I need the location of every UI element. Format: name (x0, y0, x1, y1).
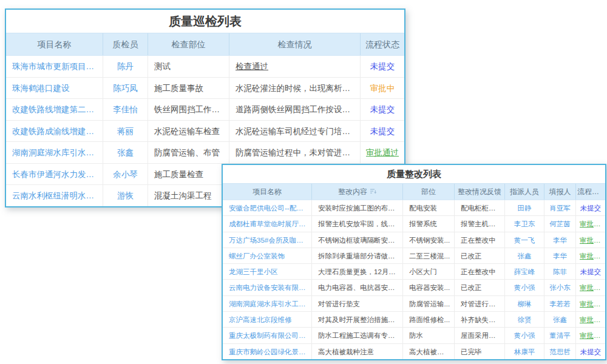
part-text: 报警系统 (403, 216, 455, 231)
reporter-name-link[interactable]: 李若若 (544, 296, 576, 311)
reporter-name-link[interactable]: 何芷茵 (544, 216, 576, 231)
table-row: 重庆市鹅岭公园绿化景观提升...高大植被栽种注意高大植被栽种已完毕林康平范思哲未… (223, 344, 605, 359)
flow-status-text[interactable]: 未提交 (361, 121, 404, 142)
reporter-name-link[interactable]: 张鑫 (544, 312, 576, 327)
reporter-name-link[interactable]: 李华 (544, 248, 576, 263)
project-name-link[interactable]: 湖南洞庭湖水库引水工... (6, 142, 103, 163)
flow-status-text[interactable]: 审批通过 (576, 328, 605, 343)
flow-status-text[interactable]: 审批通过 (576, 232, 605, 248)
reporter-name-link[interactable]: 陈菲 (544, 264, 576, 279)
table-row: 湖南洞庭湖水库引水工程施工标对管进行垫支防腐管运输...对管进行垫支柳琳李若若审… (223, 296, 605, 312)
inspector-name-link[interactable]: 游恢 (103, 185, 148, 206)
flow-status-text[interactable]: 审批通过 (361, 142, 404, 163)
flow-status-text[interactable]: 审批通过 (576, 216, 605, 231)
flow-status-text[interactable]: 审批通过 (576, 280, 605, 295)
inspection-part-text: 施工质量检查 (148, 164, 229, 185)
part-text: 配电安装 (403, 200, 455, 215)
table-row: 云南电力设备安装有限公司20...电力电容器、电抗器安装方案...电容器安装..… (223, 280, 605, 295)
header-reporter: 填报人 (544, 184, 576, 200)
flow-status-text[interactable]: 审批通过 (576, 312, 605, 327)
flow-status-text[interactable]: 审批通过 (576, 296, 605, 311)
header-rectify-content[interactable]: 整改内容 (312, 184, 403, 200)
inspector-name-link[interactable]: 蒋丽 (103, 121, 148, 142)
flow-status-text[interactable]: 未提交 (361, 56, 404, 77)
rectify-content-text: 对其及时开展整治措施，桥头... (312, 312, 403, 327)
inspection-part-text: 测试 (148, 56, 229, 77)
header-flow-status: 流程状态 (361, 33, 404, 55)
inspection-table-title: 质量巡检列表 (6, 10, 404, 33)
table-row: 湖南洞庭湖水库引水工...张鑫防腐管运输、布管防腐管运输过程中，未对管进行...… (6, 142, 404, 164)
flow-status-text[interactable]: 未提交 (576, 344, 605, 359)
flow-status-text[interactable]: 审批中 (361, 78, 404, 99)
rectify-feedback-text: 已完毕 (455, 344, 505, 359)
header-rectify-feedback: 整改情况反馈 (455, 184, 505, 200)
part-text: 高大植被栽种 (403, 344, 455, 359)
assignee-name-link[interactable]: 田静 (505, 200, 544, 215)
project-name-link[interactable]: 改建铁路成渝线增建第... (6, 121, 103, 142)
header-project-name: 项目名称 (6, 33, 103, 55)
project-name-link[interactable]: 改建铁路线增建第二线... (6, 99, 103, 120)
project-name-link[interactable]: 重庆市鹅岭公园绿化景观提升... (223, 344, 312, 359)
assignee-name-link[interactable]: 柳琳 (505, 296, 544, 311)
header-part: 部位 (403, 184, 455, 200)
inspector-name-link[interactable]: 余小琴 (103, 164, 148, 185)
flow-status-text[interactable]: 未提交 (361, 99, 404, 120)
table-row: 京沪高速北京段维修对其及时开展整治措施，桥头...路面维修检...补齐缺失标志.… (223, 312, 605, 328)
project-name-link[interactable]: 云南电力设备安装有限公司20... (223, 280, 312, 295)
inspector-name-link[interactable]: 张鑫 (103, 142, 148, 163)
project-name-link[interactable]: 龙湖三千里小区 (223, 264, 312, 279)
header-project-name: 项目名称 (223, 184, 312, 200)
assignee-name-link[interactable]: 黄一飞 (505, 232, 544, 248)
header-flow-status: 流程状态 (576, 184, 605, 200)
project-name-link[interactable]: 螺丝厂办公室装饰 (223, 248, 312, 263)
project-name-link[interactable]: 湖南洞庭湖水库引水工程施工标 (223, 296, 312, 311)
rectify-feedback-text: 已改正 (455, 248, 505, 263)
reporter-name-link[interactable]: 肖亚军 (544, 200, 576, 215)
flow-status-text[interactable]: 未提交 (576, 264, 605, 279)
project-name-link[interactable]: 珠海市城市更新项目紫... (6, 56, 103, 77)
project-name-link[interactable]: 长春市伊通河水力发电... (6, 164, 103, 185)
header-inspector: 质检员 (103, 33, 148, 55)
inspector-name-link[interactable]: 陈巧凤 (103, 78, 148, 99)
flow-status-text[interactable]: 审批通过 (576, 248, 605, 263)
inspection-situation-text: 水泥砼运输车司机经过专门培训... (229, 121, 361, 142)
rectify-feedback-text: 屋面采用聚氨... (455, 328, 505, 343)
reporter-name-link[interactable]: 李华 (544, 232, 576, 248)
project-name-link[interactable]: 安徽合肥供电公司--配电设备... (223, 200, 312, 215)
assignee-name-link[interactable]: 李卫东 (505, 216, 544, 231)
project-name-link[interactable]: 重庆太极制药有限公司亳州中... (223, 328, 312, 343)
assignee-name-link[interactable]: 林康平 (505, 344, 544, 359)
rectify-content-text: 对管进行垫支 (312, 296, 403, 311)
table-row: 重庆太极制药有限公司亳州中...防水工程施工选调有专业资质...防水屋面采用聚氨… (223, 328, 605, 343)
table-row: 珠海市城市更新项目紫...陈丹测试检查通过未提交 (6, 56, 404, 78)
project-name-link[interactable]: 成都杜甫草堂临时展厅独立展... (223, 216, 312, 231)
table-row: 改建铁路成渝线增建第...蒋丽水泥砼运输车检查水泥砼运输车司机经过专门培训...… (6, 121, 404, 143)
flow-status-text[interactable]: 未提交 (576, 200, 605, 215)
reporter-name-link[interactable]: 董清平 (544, 328, 576, 343)
table-row: 螺丝厂办公室装饰拆除到承重墙部分请做好加固...二至三楼混...已改正张鑫李华审… (223, 248, 605, 264)
assignee-name-link[interactable]: 薛宝峰 (505, 264, 544, 279)
assignee-name-link[interactable]: 张鑫 (505, 248, 544, 263)
inspector-name-link[interactable]: 李佳怡 (103, 99, 148, 120)
project-name-link[interactable]: 珠海鹤港口建设 (6, 78, 103, 99)
inspection-situation-text: 防腐管运输过程中，未对管进行... (229, 142, 361, 163)
assignee-name-link[interactable]: 黄小强 (505, 280, 544, 295)
project-name-link[interactable]: 云南水利枢纽潜明水库... (6, 185, 103, 206)
quality-rectification-table: 质量整改列表 项目名称 整改内容 部位 整改情况反馈 指派人员 填报人 流程状态… (222, 164, 606, 360)
inspection-situation-text: 检查通过 (229, 56, 361, 77)
table-row: 成都杜甫草堂临时展厅独立展...报警主机安放牢固，线缆连接...报警系统报警主机… (223, 216, 605, 232)
inspector-name-link[interactable]: 陈丹 (103, 56, 148, 77)
rectify-feedback-text: 补齐缺失标志... (455, 312, 505, 327)
rectify-feedback-text: 正在整改中 (455, 232, 505, 248)
project-name-link[interactable]: 万达广场35#会所及咖啡厅空... (223, 232, 312, 248)
reporter-name-link[interactable]: 张小东 (544, 280, 576, 295)
assignee-name-link[interactable]: 黄小强 (505, 328, 544, 343)
assignee-name-link[interactable]: 徐贤 (505, 312, 544, 327)
rectification-table-header: 项目名称 整改内容 部位 整改情况反馈 指派人员 填报人 流程状态 (223, 183, 605, 200)
part-text: 路面维修检... (403, 312, 455, 327)
project-name-link[interactable]: 京沪高速北京段维修 (223, 312, 312, 327)
part-text: 小区大门 (403, 264, 455, 279)
rectify-feedback-text: 报警主机安放... (455, 216, 505, 231)
sort-icon[interactable] (370, 188, 376, 195)
reporter-name-link[interactable]: 范思哲 (544, 344, 576, 359)
